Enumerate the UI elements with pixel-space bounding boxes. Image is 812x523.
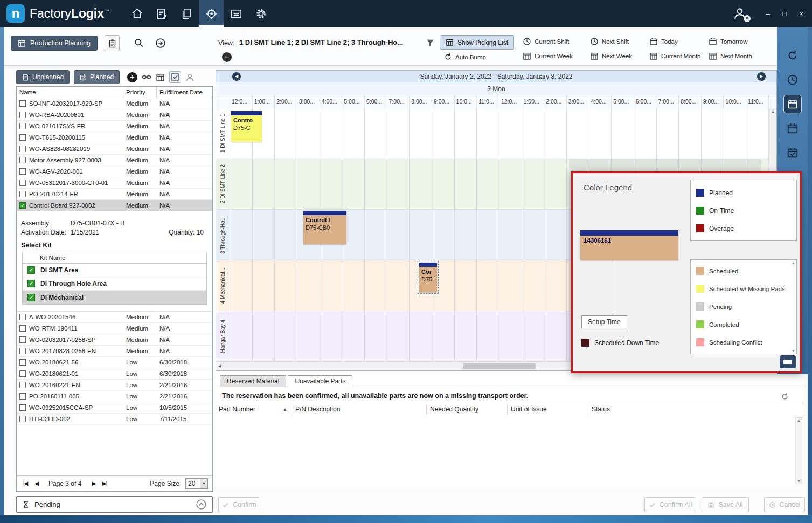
order-checkbox[interactable]	[19, 359, 26, 366]
settings-gear-icon[interactable]	[248, 0, 273, 27]
kit-checkbox-checked[interactable]: ✓	[27, 280, 35, 287]
order-checkbox[interactable]	[19, 100, 26, 107]
home-icon[interactable]	[124, 0, 149, 27]
current-week-button[interactable]: Current Week	[523, 52, 573, 60]
time-view-icon[interactable]	[783, 71, 802, 89]
next-period-icon[interactable]: ▶	[757, 72, 766, 81]
order-checkbox[interactable]	[19, 370, 26, 377]
order-row[interactable]: WO-AS828-08282019 Medium N/A	[17, 143, 212, 155]
scroll-left-icon[interactable]: ◀	[218, 362, 221, 370]
kit-row[interactable]: ✓ DI Through Hole Area	[23, 277, 206, 291]
page-size-select[interactable]: 20▼	[185, 478, 208, 489]
parts-scrollbar[interactable]: ▲ ▼	[795, 417, 802, 484]
order-checkbox[interactable]	[19, 336, 26, 343]
order-row[interactable]: WO-AGV-2020-001 Medium N/A	[17, 166, 212, 177]
production-planning-button[interactable]: Production Planning	[11, 36, 98, 51]
scroll-up-icon[interactable]: ▲	[769, 109, 776, 113]
order-row[interactable]: WO-20160221-EN Low 2/21/2016	[17, 380, 212, 391]
legend-toggle-button[interactable]	[780, 355, 796, 368]
column-fulfillment[interactable]: Fulfillment Date	[157, 87, 212, 98]
order-checkbox-checked[interactable]: ✓	[19, 202, 26, 209]
refresh-icon[interactable]	[781, 391, 789, 401]
refresh-view-icon[interactable]	[783, 46, 802, 65]
schedule-grid-icon[interactable]	[156, 73, 165, 82]
gantt-bar-scheduled[interactable]: Control I D75-CB0	[303, 211, 346, 244]
parts-table-header[interactable]: Part Number▲ P/N Description Needed Quan…	[216, 404, 804, 415]
current-shift-button[interactable]: Current Shift	[523, 37, 570, 46]
gantt-bar-missing-parts[interactable]: Contro D75-C	[231, 111, 262, 142]
collapse-icon[interactable]: –	[222, 52, 232, 62]
orders-table-header[interactable]: Name Priority Fulfillment Date	[17, 87, 212, 98]
kit-row[interactable]: ✓ DI Mechanical	[23, 291, 206, 304]
kit-checkbox-checked[interactable]: ✓	[27, 294, 35, 301]
order-row[interactable]: WO-02032017-0258-SP Medium N/A	[17, 334, 212, 346]
column-status[interactable]: Status	[588, 404, 804, 415]
order-row[interactable]: WO-RBA-20200801 Medium N/A	[17, 109, 212, 121]
multi-select-icon[interactable]	[169, 71, 181, 83]
order-row[interactable]: WO-20180621-01 Low 6/30/2018	[17, 368, 212, 380]
order-row[interactable]: PO-20160111-005 Low 2/21/2016	[17, 391, 212, 402]
link-icon[interactable]	[142, 72, 151, 82]
documents-icon[interactable]	[174, 0, 199, 27]
order-checkbox[interactable]	[19, 134, 26, 141]
next-week-button[interactable]: Next Week	[590, 52, 632, 60]
clipboard-button[interactable]	[105, 35, 120, 51]
order-checkbox[interactable]	[19, 191, 26, 197]
tab-reserved-material[interactable]: Reserved Material	[220, 375, 286, 387]
column-priority[interactable]: Priority	[123, 87, 157, 98]
order-checkbox[interactable]	[19, 146, 26, 152]
tab-unavailable-parts[interactable]: Unavailable Parts	[288, 375, 352, 387]
order-row[interactable]: HTI-02LID-002 Low 7/11/2015	[17, 414, 212, 425]
assign-user-icon[interactable]	[185, 73, 195, 82]
month-view-icon[interactable]	[783, 119, 802, 137]
order-row[interactable]: SO-INF-02032017-929-SP Medium N/A	[17, 98, 212, 109]
order-checkbox[interactable]	[19, 314, 26, 320]
column-name[interactable]: Name	[17, 87, 123, 98]
order-checkbox[interactable]	[19, 416, 26, 422]
order-row[interactable]: WO-20180621-56 Low 6/30/2018	[17, 357, 212, 368]
column-part-number[interactable]: Part Number▲	[216, 404, 292, 415]
search-icon[interactable]	[134, 38, 144, 48]
go-to-icon[interactable]	[155, 38, 166, 49]
confirm-button[interactable]: Confirm	[218, 497, 260, 512]
order-row[interactable]: WO-09252015CCA-SP Low 10/5/2015	[17, 402, 212, 414]
order-row[interactable]: WO-T615-20200115 Medium N/A	[17, 132, 212, 143]
today-button[interactable]: Today	[649, 37, 678, 46]
user-account-icon[interactable]: ×	[733, 6, 747, 20]
expand-up-icon[interactable]	[196, 499, 207, 510]
add-order-icon[interactable]: +	[127, 72, 137, 82]
order-checkbox[interactable]	[19, 325, 26, 332]
order-row-selected[interactable]: ✓Control Board 927-0002 Medium N/A	[17, 200, 212, 211]
first-page-button[interactable]: |◀	[21, 479, 30, 487]
order-checkbox[interactable]	[19, 404, 26, 411]
order-row[interactable]: Motor Assembly 927-0003 Medium N/A	[17, 155, 212, 166]
order-row[interactable]: PO-20170214-FR Medium N/A	[17, 189, 212, 200]
order-checkbox[interactable]	[19, 382, 26, 388]
minimize-button[interactable]: –	[764, 10, 772, 18]
legend-scroll-up-icon[interactable]: ▲	[792, 261, 795, 265]
last-page-button[interactable]: ▶|	[100, 479, 109, 487]
next-page-button[interactable]: ▶	[89, 479, 98, 487]
column-needed-quantity[interactable]: Needed Quantity	[427, 404, 508, 415]
order-row[interactable]: WO-RTM-190411 Medium N/A	[17, 323, 212, 334]
unplanned-tab[interactable]: Unplanned	[16, 70, 70, 84]
legend-scroll-down-icon[interactable]: ▼	[792, 349, 795, 353]
prev-page-button[interactable]: ◀	[32, 479, 40, 487]
order-row[interactable]: WO-20170828-0258-EN Medium N/A	[17, 346, 212, 357]
tomorrow-button[interactable]: Tomorrow	[709, 37, 747, 46]
close-button[interactable]: ×	[797, 10, 806, 18]
timeline-view-icon[interactable]	[783, 143, 802, 162]
order-checkbox[interactable]	[19, 180, 26, 186]
news-icon[interactable]	[224, 0, 248, 27]
planned-tab[interactable]: Planned	[74, 70, 120, 84]
current-month-button[interactable]: Current Month	[649, 52, 701, 60]
next-month-button[interactable]: Next Month	[709, 52, 752, 60]
scrollbar-thumb[interactable]	[463, 363, 536, 369]
show-picking-list-button[interactable]: Show Picking List	[440, 35, 514, 50]
production-planning-nav-icon[interactable]	[199, 0, 224, 27]
order-row[interactable]: A-WO-20201546 Medium N/A	[17, 312, 212, 323]
maximize-button[interactable]: □	[780, 10, 789, 18]
week-view-icon[interactable]	[783, 95, 802, 113]
next-shift-button[interactable]: Next Shift	[590, 37, 629, 46]
order-checkbox[interactable]	[19, 348, 26, 354]
